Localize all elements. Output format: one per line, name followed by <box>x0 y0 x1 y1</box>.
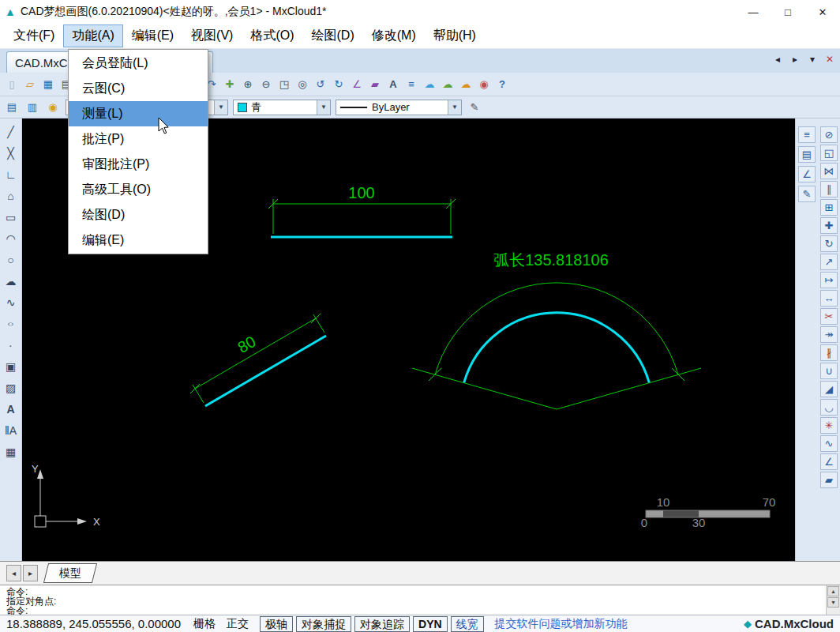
area-icon[interactable]: ▰ <box>820 472 838 488</box>
status-ortho-toggle[interactable]: 正交 <box>227 617 249 631</box>
arc-entity[interactable] <box>464 313 650 382</box>
menu-file[interactable]: 文件(F) <box>5 24 63 47</box>
layer-manager-icon[interactable]: ▤ <box>4 100 20 115</box>
pan-icon[interactable]: ✚ <box>222 77 238 92</box>
linetype-combo[interactable]: ByLayer ▼ <box>336 100 462 115</box>
cloud-share-icon[interactable]: ☁ <box>458 77 474 92</box>
dropdown-item-review-annotate[interactable]: 审图批注(P) <box>69 152 208 177</box>
tab-model[interactable]: 模型 <box>43 563 97 583</box>
dropdown-item-annotate[interactable]: 批注(P) <box>69 126 208 152</box>
arc-icon[interactable]: ◠ <box>2 230 20 247</box>
hatch-icon[interactable]: ▦ <box>2 443 20 461</box>
layout-scroll-right-button[interactable]: ▸ <box>23 565 38 581</box>
distance-icon[interactable]: ∠ <box>820 453 838 470</box>
status-grid-toggle[interactable]: 栅格 <box>193 617 216 631</box>
angled-line-entity[interactable] <box>205 336 326 406</box>
offset-icon[interactable]: ∥ <box>820 181 838 198</box>
explode-icon[interactable]: ✳ <box>820 417 838 434</box>
move-icon[interactable]: ✚ <box>820 217 838 234</box>
tab-close-button[interactable]: ✕ <box>824 54 835 65</box>
measure-area-icon[interactable]: ▰ <box>367 77 383 92</box>
trim-icon[interactable]: ✂ <box>820 308 838 325</box>
new-file-icon[interactable]: ▯ <box>4 77 20 92</box>
tab-list-button[interactable]: ▾ <box>807 54 818 65</box>
open-folder-icon[interactable]: ▱ <box>22 77 38 92</box>
status-dyn-button[interactable]: DYN <box>413 616 448 632</box>
rotate-icon[interactable]: ↻ <box>820 235 838 252</box>
dropdown-item-draw[interactable]: 绘图(D) <box>69 202 208 228</box>
dropdown-item-cloud-drawing[interactable]: 云图(C) <box>69 76 208 101</box>
insert-block-icon[interactable]: ▣ <box>2 358 20 375</box>
mtext-icon[interactable]: ‖A <box>2 422 20 439</box>
lock-layer-icon[interactable]: ◉ <box>45 100 61 115</box>
tab-scroll-left-button[interactable]: ◂ <box>772 54 783 65</box>
erase-icon[interactable]: ⊘ <box>820 126 838 143</box>
menu-help[interactable]: 帮助(H) <box>425 24 485 47</box>
dropdown-item-measure[interactable]: 测量(L) <box>69 101 208 126</box>
zoom-out-icon[interactable]: ⊖ <box>258 77 274 92</box>
chamfer-icon[interactable]: ◢ <box>820 381 838 397</box>
line-icon[interactable]: ╱ <box>2 123 20 141</box>
zoom-extents-icon[interactable]: ◎ <box>294 77 310 92</box>
cloud-save-icon[interactable]: ☁ <box>422 77 437 92</box>
stretch-icon[interactable]: ↦ <box>820 272 838 288</box>
join-icon[interactable]: ∪ <box>820 363 838 379</box>
color-combo[interactable]: 青 ▼ <box>233 100 331 115</box>
help-icon[interactable]: ? <box>494 77 510 92</box>
properties-panel-icon[interactable]: ▤ <box>798 146 816 163</box>
menu-function[interactable]: 功能(A) <box>63 24 122 47</box>
dropdown-item-edit[interactable]: 编辑(E) <box>69 228 208 253</box>
mirror-icon[interactable]: ⋈ <box>820 163 838 179</box>
zoom-window-icon[interactable]: ◳ <box>276 77 292 92</box>
layout-scroll-left-button[interactable]: ◂ <box>6 565 21 581</box>
scroll-down-icon[interactable]: ▼ <box>827 597 839 608</box>
cloud-open-icon[interactable]: ☁ <box>440 77 456 92</box>
construction-line-icon[interactable]: ╳ <box>2 145 20 162</box>
text-icon[interactable]: A <box>2 401 20 418</box>
chevron-down-icon[interactable]: ▼ <box>317 100 330 115</box>
spline-icon[interactable]: ∿ <box>2 294 20 311</box>
pedit-icon[interactable]: ∿ <box>820 435 838 452</box>
status-polar-button[interactable]: 极轴 <box>260 616 293 632</box>
maximize-button[interactable]: □ <box>771 0 805 24</box>
copy-object-icon[interactable]: ◱ <box>820 145 838 161</box>
save-icon[interactable]: ▦ <box>40 77 56 92</box>
circle-icon[interactable]: ○ <box>2 251 20 269</box>
menu-draw[interactable]: 绘图(D) <box>303 24 363 47</box>
menu-format[interactable]: 格式(O) <box>242 24 302 47</box>
polygon-icon[interactable]: ⌂ <box>2 187 20 205</box>
polyline-icon[interactable]: ∟ <box>2 166 20 183</box>
close-button[interactable]: ✕ <box>805 0 840 24</box>
array-icon[interactable]: ⊞ <box>820 199 838 216</box>
command-line-area[interactable]: 命令: 指定对角点: 命令: ▲ ▼ <box>0 585 840 615</box>
lineweight-pencil-icon[interactable]: ✎ <box>467 100 482 115</box>
chevron-down-icon[interactable]: ▼ <box>214 100 227 115</box>
revcloud-icon[interactable]: ☁ <box>2 273 20 290</box>
text-tool-icon[interactable]: A <box>385 77 401 92</box>
zoom-in-icon[interactable]: ⊕ <box>240 77 256 92</box>
edit-pencil-icon[interactable]: ✎ <box>798 186 816 202</box>
lengthen-icon[interactable]: ↔ <box>820 290 838 307</box>
command-scrollbar[interactable]: ▲ ▼ <box>826 585 840 615</box>
member-icon[interactable]: ◉ <box>476 77 492 92</box>
fillet-icon[interactable]: ◡ <box>820 399 838 416</box>
menu-view[interactable]: 视图(V) <box>182 24 242 47</box>
menu-edit[interactable]: 编辑(E) <box>123 24 182 47</box>
layer-states-icon[interactable]: ▥ <box>24 100 40 115</box>
status-osnap-button[interactable]: 对象捕捉 <box>296 616 351 632</box>
menu-modify[interactable]: 修改(M) <box>363 24 425 47</box>
ellipse-icon[interactable]: ○ <box>2 318 20 329</box>
tab-scroll-right-button[interactable]: ▸ <box>789 54 801 65</box>
point-icon[interactable]: ∙ <box>2 337 20 354</box>
break-icon[interactable]: ∦ <box>820 344 838 361</box>
zoom-previous-icon[interactable]: ↺ <box>313 77 328 92</box>
status-lineweight-button[interactable]: 线宽 <box>451 616 484 632</box>
measure-angle-icon[interactable]: ∠ <box>349 77 365 92</box>
image-icon[interactable]: ▨ <box>2 379 20 397</box>
quick-measure-icon[interactable]: ∠ <box>798 166 816 182</box>
minimize-button[interactable]: — <box>736 0 771 24</box>
feedback-link[interactable]: 提交软件问题或增加新功能 <box>495 617 628 631</box>
dropdown-item-advanced-tools[interactable]: 高级工具(O) <box>69 177 208 202</box>
scale-icon[interactable]: ↗ <box>820 254 838 270</box>
rectangle-icon[interactable]: ▭ <box>2 209 20 226</box>
